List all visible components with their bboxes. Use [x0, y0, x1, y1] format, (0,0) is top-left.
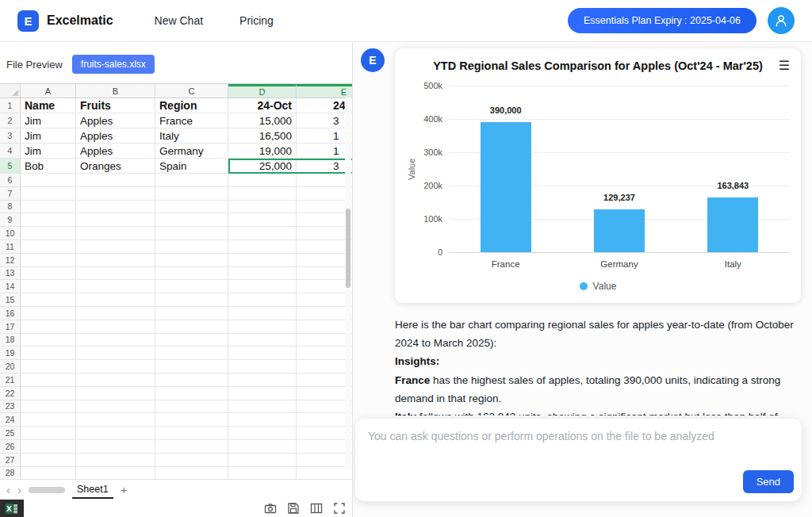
- cell-D28[interactable]: [228, 467, 297, 480]
- cell-C5[interactable]: Spain: [155, 159, 228, 174]
- chat-input[interactable]: [355, 419, 802, 469]
- cell-A6[interactable]: [21, 174, 76, 187]
- cell-A7[interactable]: [21, 187, 76, 201]
- column-header-b[interactable]: B: [76, 84, 155, 98]
- cell-C4[interactable]: Germany: [155, 144, 228, 159]
- cell-A14[interactable]: [21, 280, 76, 293]
- cell-E9[interactable]: [297, 213, 352, 227]
- sheet-prev-icon[interactable]: ‹: [6, 484, 10, 496]
- nav-pricing[interactable]: Pricing: [239, 14, 274, 27]
- row-header-27[interactable]: 27: [0, 454, 21, 467]
- cell-C26[interactable]: [155, 440, 228, 454]
- row-header-17[interactable]: 17: [0, 320, 21, 334]
- cell-D19[interactable]: [228, 347, 297, 360]
- cell-A16[interactable]: [21, 307, 76, 320]
- cell-C25[interactable]: [155, 427, 228, 440]
- vertical-scrollbar-thumb[interactable]: [346, 209, 350, 288]
- cell-B20[interactable]: [76, 360, 155, 373]
- cell-B12[interactable]: [76, 254, 155, 267]
- cell-D22[interactable]: [228, 387, 297, 400]
- cell-B6[interactable]: [76, 174, 155, 187]
- column-header-c[interactable]: C: [155, 84, 228, 98]
- user-avatar[interactable]: [768, 7, 795, 34]
- excel-taskbar-icon[interactable]: X: [0, 500, 24, 517]
- cell-B22[interactable]: [76, 387, 155, 400]
- cell-C22[interactable]: [155, 387, 228, 400]
- cell-E14[interactable]: [297, 280, 352, 293]
- cell-A21[interactable]: [21, 373, 76, 387]
- horizontal-scrollbar-thumb[interactable]: [29, 487, 65, 493]
- cell-B17[interactable]: [76, 320, 155, 334]
- column-header-d[interactable]: D: [228, 84, 297, 98]
- row-header-24[interactable]: 24: [0, 413, 21, 427]
- cell-C21[interactable]: [155, 373, 228, 387]
- cell-D4[interactable]: 19,000: [228, 144, 297, 159]
- cell-D8[interactable]: [228, 201, 297, 214]
- row-header-14[interactable]: 14: [0, 280, 21, 293]
- cell-A8[interactable]: [21, 201, 76, 214]
- cell-B1[interactable]: Fruits: [76, 98, 155, 113]
- cell-D15[interactable]: [228, 293, 297, 307]
- add-sheet-button[interactable]: +: [121, 484, 128, 496]
- plan-expiry-badge[interactable]: Essentials Plan Expiry : 2025-04-06: [568, 8, 756, 33]
- cell-D16[interactable]: [228, 307, 297, 320]
- cell-B26[interactable]: [76, 440, 155, 454]
- cell-C15[interactable]: [155, 293, 228, 307]
- cell-B4[interactable]: Apples: [76, 144, 155, 159]
- cell-C7[interactable]: [155, 187, 228, 201]
- cell-E26[interactable]: [297, 440, 352, 454]
- row-header-8[interactable]: 8: [0, 201, 21, 214]
- cell-E6[interactable]: [297, 174, 352, 187]
- select-all-corner[interactable]: [0, 84, 21, 98]
- cell-D25[interactable]: [228, 427, 297, 440]
- cell-B23[interactable]: [76, 400, 155, 414]
- cell-A4[interactable]: Jim: [21, 144, 76, 159]
- cell-A1[interactable]: Name: [21, 98, 76, 113]
- cell-D7[interactable]: [228, 187, 297, 201]
- cell-C3[interactable]: Italy: [155, 128, 228, 144]
- cell-A18[interactable]: [21, 334, 76, 347]
- cell-A17[interactable]: [21, 320, 76, 334]
- nav-new-chat[interactable]: New Chat: [155, 14, 203, 27]
- cell-E2[interactable]: 3: [297, 113, 352, 128]
- cell-A20[interactable]: [21, 360, 76, 373]
- column-header-e[interactable]: E: [297, 84, 352, 98]
- cell-C13[interactable]: [155, 267, 228, 281]
- cell-E24[interactable]: [297, 413, 352, 427]
- chart-menu-icon[interactable]: ☰: [776, 58, 790, 73]
- cell-B27[interactable]: [76, 454, 155, 467]
- cell-E13[interactable]: [297, 267, 352, 281]
- row-header-18[interactable]: 18: [0, 334, 21, 347]
- cell-E19[interactable]: [297, 347, 352, 360]
- row-header-12[interactable]: 12: [0, 254, 21, 267]
- bar-france[interactable]: [481, 122, 531, 252]
- cell-E25[interactable]: [297, 427, 352, 440]
- cell-B9[interactable]: [76, 213, 155, 227]
- cell-D13[interactable]: [228, 267, 297, 281]
- cell-D18[interactable]: [228, 334, 297, 347]
- cell-C18[interactable]: [155, 334, 228, 347]
- cell-E16[interactable]: [297, 307, 352, 320]
- cell-B19[interactable]: [76, 347, 155, 360]
- chart-legend[interactable]: Value: [406, 281, 790, 295]
- cell-B13[interactable]: [76, 267, 155, 281]
- cell-B10[interactable]: [76, 227, 155, 240]
- row-header-9[interactable]: 9: [0, 213, 21, 227]
- cell-D12[interactable]: [228, 254, 297, 267]
- cell-C11[interactable]: [155, 240, 228, 254]
- bar-italy[interactable]: [707, 197, 758, 252]
- row-header-6[interactable]: 6: [0, 174, 21, 187]
- cell-A15[interactable]: [21, 293, 76, 307]
- cell-C1[interactable]: Region: [155, 98, 228, 113]
- row-header-15[interactable]: 15: [0, 293, 21, 307]
- cell-D3[interactable]: 16,500: [228, 128, 297, 144]
- cell-C20[interactable]: [155, 360, 228, 373]
- cell-E17[interactable]: [297, 320, 352, 334]
- sheet-tab-sheet1[interactable]: Sheet1: [72, 481, 113, 499]
- cell-B7[interactable]: [76, 187, 155, 201]
- save-icon[interactable]: [287, 502, 300, 515]
- row-header-10[interactable]: 10: [0, 227, 21, 240]
- cell-A13[interactable]: [21, 267, 76, 281]
- cell-B16[interactable]: [76, 307, 155, 320]
- cell-D11[interactable]: [228, 240, 297, 254]
